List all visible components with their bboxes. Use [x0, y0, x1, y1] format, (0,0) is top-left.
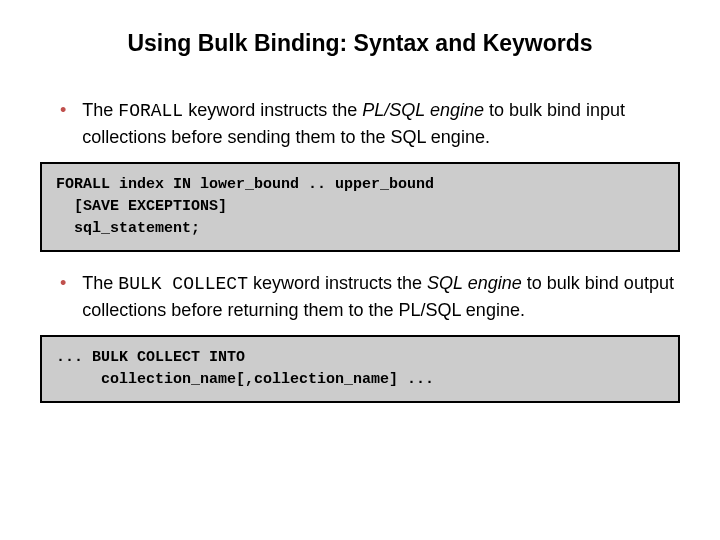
emphasis-sql-engine: SQL engine — [427, 273, 522, 293]
bullet-marker-icon: • — [60, 270, 66, 296]
text-pre: The — [82, 273, 118, 293]
text-pre: The — [82, 100, 118, 120]
bullet-item: • The FORALL keyword instructs the PL/SQ… — [40, 97, 680, 150]
keyword-forall: FORALL — [118, 101, 183, 121]
bullet-marker-icon: • — [60, 97, 66, 123]
code-block-forall: FORALL index IN lower_bound .. upper_bou… — [40, 162, 680, 252]
emphasis-plsql-engine: PL/SQL engine — [362, 100, 484, 120]
bullet-text: The FORALL keyword instructs the PL/SQL … — [82, 97, 680, 150]
page-title: Using Bulk Binding: Syntax and Keywords — [40, 30, 680, 57]
text-mid: keyword instructs the — [183, 100, 362, 120]
text-mid: keyword instructs the — [248, 273, 427, 293]
code-block-bulk-collect: ... BULK COLLECT INTO collection_name[,c… — [40, 335, 680, 403]
bullet-item: • The BULK COLLECT keyword instructs the… — [40, 270, 680, 323]
keyword-bulk-collect: BULK COLLECT — [118, 274, 248, 294]
bullet-text: The BULK COLLECT keyword instructs the S… — [82, 270, 680, 323]
